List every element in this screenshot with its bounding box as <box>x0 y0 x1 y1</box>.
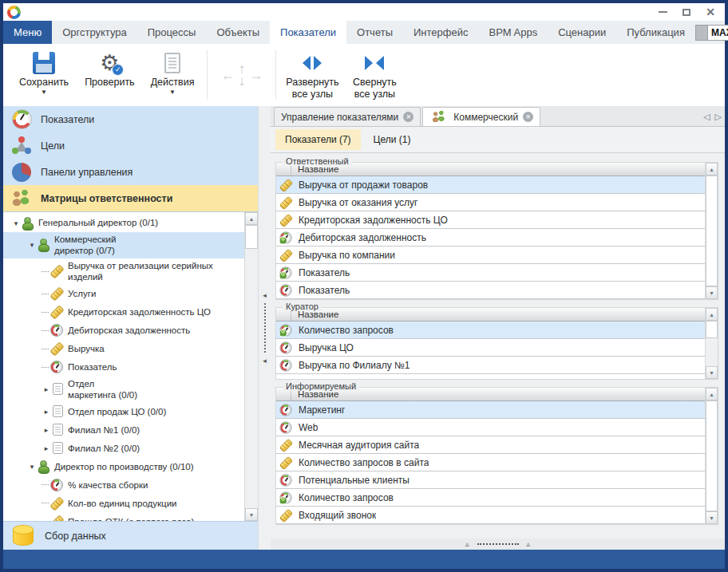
table-scrollbar[interactable]: ▲▼ <box>705 308 718 379</box>
table-row[interactable]: Входящий звонок <box>276 507 705 524</box>
menu-tab-0[interactable]: Меню <box>3 21 52 44</box>
check-button[interactable]: ⚙ Проверить <box>77 44 143 106</box>
tree-item[interactable]: ▾Генеральный директор (0/1) <box>3 214 244 232</box>
tree-expand-arrow-icon[interactable]: ▾ <box>27 241 37 249</box>
scroll-up-icon[interactable]: ▲ <box>245 212 258 225</box>
tree-item[interactable]: Дебиторская задолженность <box>3 322 244 340</box>
collapse-all-button[interactable]: Свернуть все узлы <box>343 44 406 106</box>
maximize-button[interactable] <box>680 6 693 18</box>
scrollbar-thumb[interactable] <box>706 400 718 511</box>
max-toggle[interactable]: MAX <box>695 25 728 41</box>
tree-item[interactable]: Выручка <box>3 340 244 358</box>
tree-expand-arrow-icon[interactable]: ▾ <box>11 219 21 227</box>
nav-down-icon[interactable]: ↓ <box>238 75 245 87</box>
sidebar-item-3[interactable]: Матрицы ответственности <box>3 185 258 211</box>
sidebar-splitter[interactable]: ◂ ◂ <box>258 106 271 550</box>
tree-item[interactable]: Показатель <box>3 358 244 377</box>
menu-tab-9[interactable]: Публикация <box>616 21 695 44</box>
subtab-0[interactable]: Показатели (7) <box>275 129 361 150</box>
tree-item[interactable]: ▸Филиал №2 (0/0) <box>3 439 244 457</box>
table-row[interactable]: Количество запросов <box>276 489 705 507</box>
menu-tab-6[interactable]: Интерфейс <box>403 21 478 44</box>
scroll-up-icon[interactable]: ▲ <box>706 308 718 321</box>
sidebar-item-1[interactable]: Цели <box>3 132 258 159</box>
tree-item[interactable]: ▸Отдел продаж ЦО (0/0) <box>3 402 244 420</box>
splitter-collapse-icon[interactable]: ◂ <box>263 292 267 298</box>
tree-expand-arrow-icon[interactable]: ▸ <box>42 408 51 416</box>
table-row[interactable]: Дебиторская задолженность <box>276 229 705 247</box>
tab-scroll-right-icon[interactable]: ▷ <box>715 112 722 122</box>
tree-item[interactable]: Кредиторская задолженность ЦО <box>3 303 244 322</box>
expand-all-button[interactable]: Развернуть все узлы <box>281 44 343 106</box>
splitter-collapse-icon[interactable]: ◂ <box>263 357 267 364</box>
splitter-handle[interactable] <box>477 543 519 545</box>
table-scrollbar[interactable]: ▲▼ <box>705 163 718 299</box>
scroll-down-icon[interactable]: ▼ <box>245 508 258 521</box>
tree-expand-arrow-icon[interactable]: ▸ <box>42 426 51 434</box>
nav-right-icon[interactable]: → <box>248 67 263 84</box>
tree-expand-arrow-icon[interactable]: ▸ <box>42 385 51 393</box>
table-row[interactable]: Кредиторская задолженность ЦО <box>276 211 705 229</box>
tree-item[interactable]: ▾Коммерческий директор (0/7) <box>3 232 244 258</box>
tree-item[interactable]: Кол-во единиц продукции <box>3 494 244 512</box>
table-scrollbar[interactable]: ▲▼ <box>705 388 718 524</box>
tree-item[interactable]: Услуги <box>3 285 244 303</box>
tree-item[interactable]: ▸Отдел маркетинга (0/0) <box>3 377 244 403</box>
table-row[interactable]: Потенциальные клиенты <box>276 471 705 489</box>
sidebar-item-data-collection[interactable]: Сбор данных <box>3 521 258 550</box>
minimize-button[interactable] <box>656 6 669 18</box>
scroll-down-icon[interactable]: ▼ <box>706 511 718 524</box>
actions-button[interactable]: Действия ▼ <box>143 44 203 106</box>
menu-tab-5[interactable]: Отчеты <box>346 21 403 44</box>
sidebar-item-2[interactable]: Панели управления <box>3 159 258 185</box>
table-row[interactable]: Месячная аудитория сайта <box>276 436 705 454</box>
tree-expand-arrow-icon[interactable]: ▾ <box>27 463 37 471</box>
subtab-1[interactable]: Цели (1) <box>364 129 421 150</box>
menu-tab-1[interactable]: Оргструктура <box>52 21 137 44</box>
scrollbar-thumb[interactable] <box>245 225 258 249</box>
scroll-down-icon[interactable]: ▼ <box>706 366 718 379</box>
close-button[interactable]: ✕ <box>704 6 717 18</box>
document-tab-1[interactable]: Коммерческий✕ <box>422 107 540 126</box>
table-row[interactable]: Выручка по Филиалу №1 <box>276 357 705 374</box>
tab-scroll-left-icon[interactable]: ◁ <box>703 112 710 122</box>
scrollbar-thumb[interactable] <box>706 321 718 338</box>
table-row[interactable]: Выручка от оказания услуг <box>276 194 705 211</box>
menu-tab-7[interactable]: BPM Apps <box>478 21 548 44</box>
actions-dropdown-caret-icon[interactable]: ▼ <box>169 89 176 96</box>
scroll-down-icon[interactable]: ▼ <box>706 286 718 299</box>
table-row[interactable]: Выручка по компании <box>276 247 705 264</box>
nav-left-icon[interactable]: ← <box>220 67 235 84</box>
scroll-up-icon[interactable]: ▲ <box>706 163 718 176</box>
tree-item[interactable]: Прошло ОТК (с первого раза) <box>3 512 244 521</box>
table-row[interactable]: Выручка ЦО <box>276 339 705 357</box>
save-dropdown-caret-icon[interactable]: ▼ <box>41 89 47 96</box>
menu-tab-8[interactable]: Сценарии <box>548 21 616 44</box>
tree-expand-arrow-icon[interactable]: ▸ <box>42 444 51 452</box>
table-row[interactable]: Выручка от продажи товаров <box>276 176 705 194</box>
menu-tab-4[interactable]: Показатели <box>270 21 346 44</box>
table-row[interactable]: Web <box>276 419 705 436</box>
scroll-up-icon[interactable]: ▲ <box>706 388 718 400</box>
tree-item[interactable]: Выручка от реализации серийных изделий <box>3 258 244 285</box>
tree-scrollbar[interactable]: ▲ ▼ <box>244 212 258 521</box>
tree-item[interactable]: ▸Филиал №1 (0/0) <box>3 420 244 439</box>
table-row[interactable]: Маркетинг <box>276 401 705 419</box>
splitter-handle[interactable] <box>264 303 266 353</box>
table-row[interactable]: Показатель <box>276 264 705 282</box>
table-row[interactable]: Количество запросов в сайта <box>276 454 705 471</box>
menu-tab-3[interactable]: Объекты <box>206 21 270 44</box>
close-tab-icon[interactable]: ✕ <box>403 112 413 122</box>
scrollbar-thumb[interactable] <box>706 176 718 286</box>
table-row[interactable]: Количество запросов <box>276 322 705 339</box>
close-tab-icon[interactable]: ✕ <box>523 112 533 122</box>
sidebar-item-0[interactable]: Показатели <box>3 106 258 132</box>
menu-tab-2[interactable]: Процессы <box>137 21 207 44</box>
document-tab-0[interactable]: Управление показателями✕ <box>274 107 421 126</box>
bottom-splitter[interactable]: ▵ ▵ <box>271 538 725 550</box>
tree-item[interactable]: ▾Директор по производству (0/10) <box>3 457 244 475</box>
table-row[interactable]: Показатель <box>276 282 705 299</box>
splitter-up-icon: ▵ <box>527 540 531 548</box>
save-button[interactable]: Сохранить ▼ <box>11 44 77 106</box>
tree-item[interactable]: % качества сборки <box>3 475 244 494</box>
